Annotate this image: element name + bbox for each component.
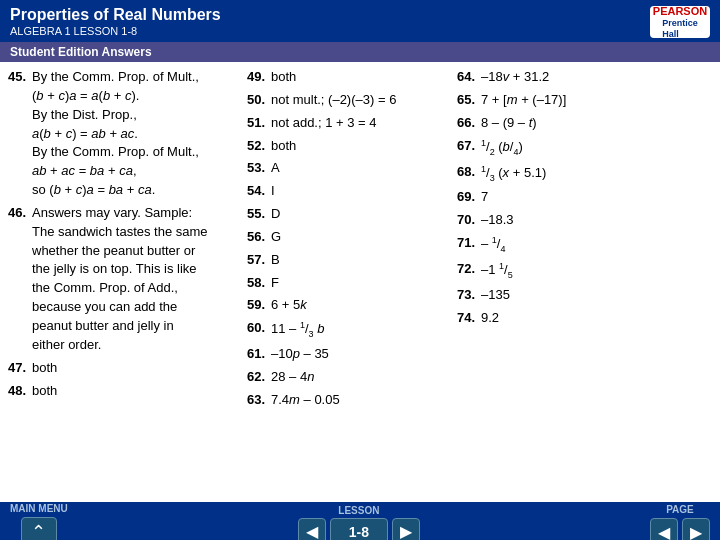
lesson-subtitle: ALGEBRA 1 LESSON 1-8 <box>10 25 221 37</box>
header-text-group: Properties of Real Numbers ALGEBRA 1 LES… <box>10 6 221 37</box>
answer-text-61: –10p – 35 <box>271 345 449 364</box>
page-prev-button[interactable]: ◀ <box>650 518 678 540</box>
answer-57: 57. B <box>247 251 449 270</box>
lesson-next-button[interactable]: ▶ <box>392 518 420 541</box>
answer-71: 71. – 1/4 <box>457 234 673 256</box>
answer-62: 62. 28 – 4n <box>247 368 449 387</box>
answer-74: 74. 9.2 <box>457 309 673 328</box>
answer-text-58: F <box>271 274 449 293</box>
answer-num-59: 59. <box>247 296 271 315</box>
answer-num-46: 46. <box>8 204 32 355</box>
answer-text-50: not mult.; (–2)(–3) = 6 <box>271 91 449 110</box>
pearson-logo-text: PEARSON <box>653 5 707 18</box>
answer-text-51: not add.; 1 + 3 = 4 <box>271 114 449 133</box>
answer-num-56: 56. <box>247 228 271 247</box>
answer-47: 47. both <box>8 359 239 378</box>
answer-48: 48. both <box>8 382 239 401</box>
pearson-logo: PEARSON PrenticeHall <box>650 6 710 38</box>
answer-46: 46. Answers may vary. Sample: The sandwi… <box>8 204 239 355</box>
answer-num-62: 62. <box>247 368 271 387</box>
footer: MAIN MENU ⌃ LESSON ◀ 1-8 ▶ PAGE ◀ ▶ <box>0 502 720 540</box>
answer-text-54: I <box>271 182 449 201</box>
answer-text-68: 1/3 (x + 5.1) <box>481 163 673 185</box>
answer-64: 64. –18v + 31.2 <box>457 68 673 87</box>
answer-text-59: 6 + 5k <box>271 296 449 315</box>
page-label: PAGE <box>666 504 694 515</box>
answer-num-50: 50. <box>247 91 271 110</box>
answer-text-67: 1/2 (b/4) <box>481 137 673 159</box>
answer-text-49: both <box>271 68 449 87</box>
answer-num-60: 60. <box>247 319 271 341</box>
answer-num-69: 69. <box>457 188 481 207</box>
answer-num-63: 63. <box>247 391 271 410</box>
answer-num-47: 47. <box>8 359 32 378</box>
answer-num-49: 49. <box>247 68 271 87</box>
answer-text-64: –18v + 31.2 <box>481 68 673 87</box>
answer-66: 66. 8 – (9 – t) <box>457 114 673 133</box>
answer-num-53: 53. <box>247 159 271 178</box>
answer-49: 49. both <box>247 68 449 87</box>
answer-num-71: 71. <box>457 234 481 256</box>
answer-text-52: both <box>271 137 449 156</box>
answer-num-55: 55. <box>247 205 271 224</box>
answer-text-63: 7.4m – 0.05 <box>271 391 449 410</box>
lesson-prev-button[interactable]: ◀ <box>298 518 326 541</box>
answer-num-51: 51. <box>247 114 271 133</box>
answer-56: 56. G <box>247 228 449 247</box>
answer-55: 55. D <box>247 205 449 224</box>
answer-68: 68. 1/3 (x + 5.1) <box>457 163 673 185</box>
answer-45: 45. By the Comm. Prop. of Mult., (b + c)… <box>8 68 239 200</box>
answer-text-62: 28 – 4n <box>271 368 449 387</box>
answer-num-65: 65. <box>457 91 481 110</box>
main-menu-button[interactable]: ⌃ <box>21 517 57 540</box>
answer-num-64: 64. <box>457 68 481 87</box>
answer-num-74: 74. <box>457 309 481 328</box>
answer-num-58: 58. <box>247 274 271 293</box>
answer-num-72: 72. <box>457 260 481 282</box>
answer-text-65: 7 + [m + (–17)] <box>481 91 673 110</box>
answer-num-73: 73. <box>457 286 481 305</box>
answer-num-67: 67. <box>457 137 481 159</box>
answer-72: 72. –1 1/5 <box>457 260 673 282</box>
answer-num-52: 52. <box>247 137 271 156</box>
answer-53: 53. A <box>247 159 449 178</box>
page-controls: ◀ ▶ <box>650 518 710 540</box>
main-content: 45. By the Comm. Prop. of Mult., (b + c)… <box>0 62 720 502</box>
main-menu-label: MAIN MENU <box>10 503 68 514</box>
answer-69: 69. 7 <box>457 188 673 207</box>
answer-51: 51. not add.; 1 + 3 = 4 <box>247 114 449 133</box>
answer-text-53: A <box>271 159 449 178</box>
answer-65: 65. 7 + [m + (–17)] <box>457 91 673 110</box>
answer-num-54: 54. <box>247 182 271 201</box>
answer-text-73: –135 <box>481 286 673 305</box>
answer-54: 54. I <box>247 182 449 201</box>
answer-num-70: 70. <box>457 211 481 230</box>
page-next-button[interactable]: ▶ <box>682 518 710 540</box>
prentice-hall-text: PrenticeHall <box>662 18 698 40</box>
main-menu-section: MAIN MENU ⌃ <box>10 503 68 540</box>
answer-60: 60. 11 – 1/3 b <box>247 319 449 341</box>
answer-text-69: 7 <box>481 188 673 207</box>
answer-text-70: –18.3 <box>481 211 673 230</box>
lesson-number-box: 1-8 <box>330 518 388 541</box>
answer-50: 50. not mult.; (–2)(–3) = 6 <box>247 91 449 110</box>
page-title: Properties of Real Numbers <box>10 6 221 24</box>
answer-70: 70. –18.3 <box>457 211 673 230</box>
answer-text-46: Answers may vary. Sample: The sandwich t… <box>32 204 239 355</box>
answer-52: 52. both <box>247 137 449 156</box>
answer-text-55: D <box>271 205 449 224</box>
answer-73: 73. –135 <box>457 286 673 305</box>
column-left: 45. By the Comm. Prop. of Mult., (b + c)… <box>8 68 243 496</box>
lesson-controls: ◀ 1-8 ▶ <box>298 518 420 541</box>
lesson-nav: LESSON ◀ 1-8 ▶ <box>298 505 420 541</box>
answer-num-48: 48. <box>8 382 32 401</box>
column-right: 64. –18v + 31.2 65. 7 + [m + (–17)] 66. … <box>453 68 673 496</box>
answer-text-66: 8 – (9 – t) <box>481 114 673 133</box>
header: Properties of Real Numbers ALGEBRA 1 LES… <box>0 0 720 42</box>
answer-61: 61. –10p – 35 <box>247 345 449 364</box>
column-mid: 49. both 50. not mult.; (–2)(–3) = 6 51.… <box>243 68 453 496</box>
answer-text-72: –1 1/5 <box>481 260 673 282</box>
answer-num-61: 61. <box>247 345 271 364</box>
answer-67: 67. 1/2 (b/4) <box>457 137 673 159</box>
answer-num-68: 68. <box>457 163 481 185</box>
